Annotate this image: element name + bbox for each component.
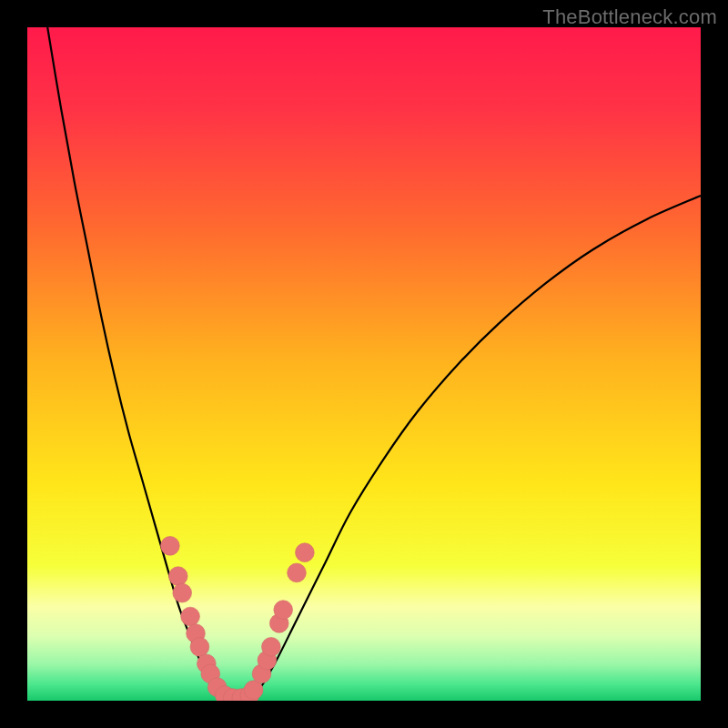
chart-svg [27,27,701,701]
watermark-text: TheBottleneck.com [542,5,717,29]
data-marker [296,543,315,562]
data-marker [173,583,192,602]
data-marker [168,567,187,586]
outer-frame: TheBottleneck.com [0,0,728,728]
data-marker [190,637,209,656]
data-marker [181,607,200,626]
data-marker [274,601,293,620]
plot-area [27,27,701,701]
data-marker [161,536,180,555]
gradient-background [27,27,701,701]
data-marker [262,637,281,656]
data-marker [288,563,307,582]
